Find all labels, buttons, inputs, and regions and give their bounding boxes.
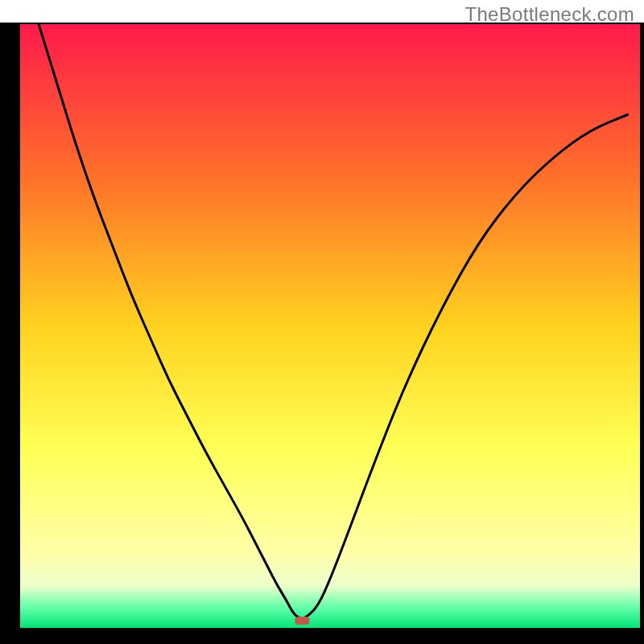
bottleneck-chart: [0, 0, 644, 644]
optimal-point-marker: [295, 617, 309, 625]
chart-container: TheBottleneck.com: [0, 0, 644, 644]
chart-background: [20, 24, 640, 628]
watermark-label: TheBottleneck.com: [464, 3, 634, 26]
